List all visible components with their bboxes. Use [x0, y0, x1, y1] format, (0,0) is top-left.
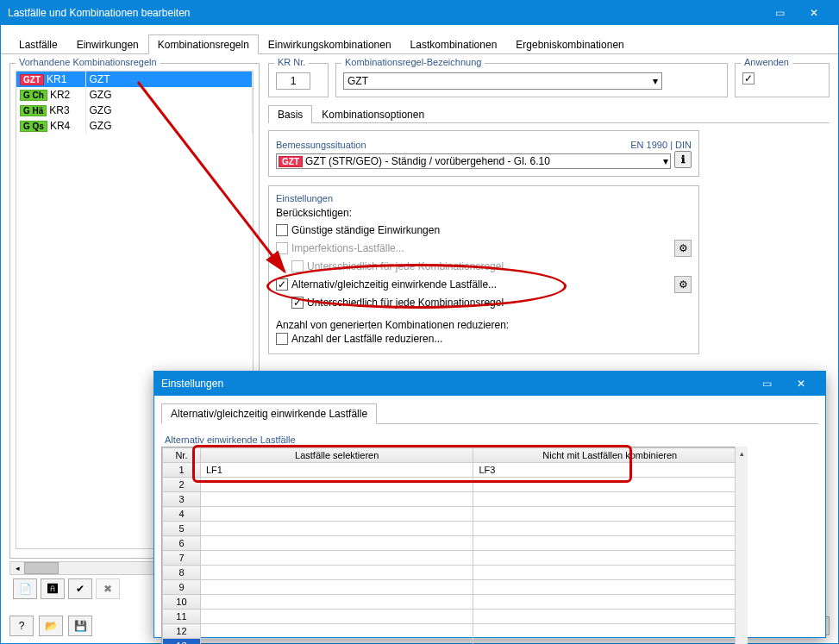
- inner-tab-basis[interactable]: Basis: [268, 105, 312, 123]
- bez-label: Kombinationsregel-Bezeichnung: [341, 57, 485, 67]
- chk-imperfektion: [276, 242, 288, 254]
- kr-nr-group: KR Nr.: [268, 63, 329, 97]
- rules-group-title: Vorhandene Kombinationsregeln: [16, 57, 160, 67]
- col-select[interactable]: Lastfälle selektieren: [200, 448, 473, 463]
- lbl-imperfektion: Imperfektions-Lastfälle...: [291, 242, 404, 254]
- window-title: Lastfälle und Kombinationen bearbeiten: [8, 7, 762, 19]
- grid-row[interactable]: 4: [163, 507, 747, 522]
- settings-title: Einstellungen: [276, 193, 692, 203]
- rename-button[interactable]: 🅰: [41, 578, 65, 599]
- bemessung-group: Bemessungssituation EN 1990 | DIN GZT GZ…: [268, 130, 699, 177]
- apply-checkbox[interactable]: ✓: [742, 72, 754, 84]
- rule-row[interactable]: G QsKR4GZG: [16, 118, 253, 134]
- bemessung-text: GZT (STR/GEO) - Ständig / vorübergehend …: [305, 155, 550, 167]
- rule-row[interactable]: GZTKR1GZT: [16, 72, 253, 87]
- apply-label: Anwenden: [741, 57, 792, 67]
- combo-tag: GZT: [279, 156, 303, 167]
- settings-dialog: Einstellungen ▭ ✕ Alternativ/gleichzeiti…: [153, 371, 826, 638]
- chk-guenstige[interactable]: [276, 224, 288, 236]
- grid-row[interactable]: 3: [163, 492, 747, 507]
- lf-grid[interactable]: Nr. Lastfälle selektieren Nicht mit Last…: [161, 447, 748, 644]
- grid-row[interactable]: 1LF1LF3: [163, 463, 747, 478]
- dialog2-title: Einstellungen: [161, 378, 749, 390]
- restore-button[interactable]: ▭: [762, 1, 797, 25]
- chk-alt-unterschiedlich[interactable]: ✓: [291, 297, 304, 309]
- dialog2-close[interactable]: ✕: [784, 372, 818, 396]
- tab-kombinationsregeln[interactable]: Kombinationsregeln: [148, 34, 259, 54]
- grid-row[interactable]: 2: [163, 478, 747, 492]
- lbl-guenstige: Günstige ständige Einwirkungen: [291, 224, 440, 236]
- tab-ergebniskombi[interactable]: Ergebniskombinationen: [506, 34, 633, 54]
- bemessung-norm: EN 1990 | DIN: [630, 140, 692, 150]
- kr-nr-label: KR Nr.: [274, 57, 309, 67]
- grid-row[interactable]: 10: [163, 595, 747, 610]
- grid-row[interactable]: 6: [163, 536, 747, 551]
- tab-einwirkungen[interactable]: Einwirkungen: [67, 34, 148, 54]
- grid-row[interactable]: 9: [163, 580, 747, 595]
- main-titlebar: Lastfälle und Kombinationen bearbeiten ▭…: [1, 1, 838, 25]
- grid-row[interactable]: 12: [163, 624, 747, 639]
- lbl-imperf-unterschiedlich: Unterschiedlich für jede Kombinationsreg…: [307, 260, 504, 272]
- save-button[interactable]: 💾: [68, 616, 92, 636]
- grid-vscroll[interactable]: ▴▾: [735, 447, 748, 644]
- rule-row[interactable]: G HäKR3GZG: [16, 103, 253, 118]
- tab-lastkombi[interactable]: Lastkombinationen: [401, 34, 507, 54]
- grid-title: Alternativ einwirkende Lastfälle: [161, 433, 818, 447]
- bemessung-title: Bemessungssituation: [276, 140, 366, 150]
- lbl-reduce: Anzahl der Lastfälle reduzieren...: [291, 333, 442, 345]
- kr-nr-input[interactable]: [276, 72, 310, 90]
- grid-row[interactable]: 7: [163, 551, 747, 566]
- inner-tab-kombioptionen[interactable]: Kombinationsoptionen: [312, 105, 434, 123]
- col-notcombine[interactable]: Nicht mit Lastfällen kombinieren: [473, 448, 747, 463]
- main-tabstrip: Lastfälle Einwirkungen Kombinationsregel…: [1, 25, 838, 54]
- col-nr[interactable]: Nr.: [163, 448, 201, 463]
- export-button[interactable]: 📂: [39, 616, 63, 636]
- grid-row[interactable]: 8: [163, 566, 747, 580]
- chk-imperf-unterschiedlich: [291, 260, 304, 272]
- new-button[interactable]: 📄: [13, 578, 37, 599]
- chk-reduce[interactable]: [276, 333, 288, 345]
- lbl-alt-unterschiedlich: Unterschiedlich für jede Kombinationsreg…: [307, 297, 504, 309]
- settings-group: Einstellungen Berücksichtigen: Günstige …: [268, 185, 699, 354]
- tab-einwirkkombi[interactable]: Einwirkungskombinationen: [259, 34, 401, 54]
- dialog2-restore[interactable]: ▭: [749, 372, 784, 396]
- chk-alternativ[interactable]: ✓: [276, 278, 288, 291]
- cfg-imperfektion-icon[interactable]: ⚙: [674, 240, 692, 257]
- grid-row[interactable]: 5: [163, 522, 747, 536]
- cfg-alternativ-icon[interactable]: ⚙: [674, 276, 692, 293]
- rule-row[interactable]: G ChKR2GZG: [16, 87, 253, 103]
- chevron-down-icon: ▾: [653, 75, 658, 87]
- bez-value: GZT: [347, 75, 368, 87]
- close-button[interactable]: ✕: [797, 1, 831, 25]
- consider-label: Berücksichtigen:: [276, 207, 692, 219]
- bemessung-combo[interactable]: GZT GZT (STR/GEO) - Ständig / vorübergeh…: [276, 153, 671, 169]
- apply-group: Anwenden ✓: [735, 63, 830, 97]
- delete-button[interactable]: ✖: [96, 578, 120, 599]
- grid-row[interactable]: 11: [163, 610, 747, 624]
- inner-tabstrip: Basis Kombinationsoptionen: [268, 104, 830, 123]
- info-button[interactable]: ℹ: [674, 151, 692, 168]
- reduce-label: Anzahl von generierten Kombinationen red…: [276, 319, 692, 331]
- bez-group: Kombinationsregel-Bezeichnung GZT ▾: [335, 63, 728, 97]
- dialog2-tab[interactable]: Alternativ/gleichzeitig einwirkende Last…: [161, 403, 377, 424]
- tab-lastfaelle[interactable]: Lastfälle: [9, 34, 67, 54]
- grid-row[interactable]: 13: [163, 639, 747, 645]
- bez-combo[interactable]: GZT ▾: [343, 72, 662, 90]
- lbl-alternativ: Alternativ/gleichzeitig einwirkende Last…: [291, 278, 497, 291]
- check-button[interactable]: ✔: [68, 578, 92, 599]
- chevron-down-icon: ▾: [663, 155, 668, 167]
- help-button[interactable]: ?: [9, 616, 34, 636]
